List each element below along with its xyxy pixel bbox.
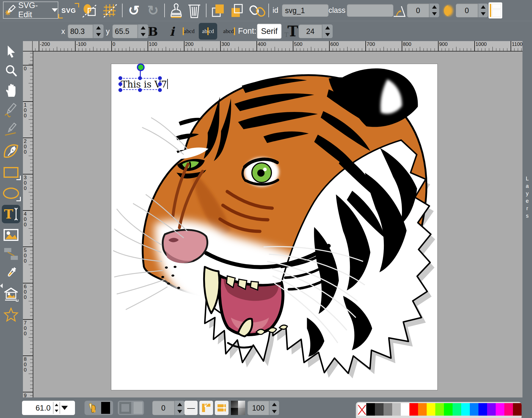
text-anchor-start-button[interactable]: abcd (181, 23, 196, 40)
paint-bucket-icon (87, 402, 99, 414)
y-position-spinner[interactable]: 65.5 (112, 24, 148, 38)
palette-swatch-3F3F3F[interactable] (375, 403, 384, 416)
blur-spin-buttons[interactable] (478, 4, 488, 17)
tool-star[interactable] (2, 305, 20, 324)
tool-pan[interactable] (2, 81, 20, 100)
redo-button[interactable]: ↻ (145, 2, 161, 18)
linecap-button[interactable] (215, 401, 229, 415)
linejoin-button[interactable] (199, 401, 213, 415)
tiger-artwork[interactable] (111, 64, 437, 390)
palette-swatch-FFFFFF[interactable] (401, 403, 409, 416)
font-size-spinner[interactable]: 24 (299, 24, 333, 38)
ruler-top-label: 500 (294, 41, 302, 47)
palette-swatch-00FFFF[interactable] (461, 403, 470, 416)
zoom-value[interactable]: 61.0 (22, 403, 51, 413)
tool-pencil[interactable] (2, 101, 20, 119)
undo-button[interactable]: ↺ (126, 2, 142, 18)
element-class-input[interactable] (347, 4, 393, 17)
bold-button[interactable]: B (146, 24, 159, 39)
palette-swatch-none[interactable] (358, 403, 366, 416)
y-position-value[interactable]: 65.5 (112, 24, 137, 38)
palette-swatch-FFFF00[interactable] (427, 403, 435, 416)
ruler-top-label: 1000 (475, 41, 487, 47)
opacity-value[interactable]: 100 (248, 401, 269, 415)
move-to-bottom-button[interactable] (229, 3, 245, 18)
tool-select[interactable] (2, 42, 20, 61)
tool-zoom[interactable] (2, 62, 20, 80)
stroke-width-value[interactable]: 0 (152, 401, 174, 415)
palette-swatch-00FF7F[interactable] (453, 403, 461, 416)
tool-image[interactable] (2, 226, 20, 244)
tool-rect[interactable] (2, 163, 20, 182)
stroke-color-button[interactable] (118, 401, 144, 415)
stroke-width-spinner[interactable]: 0 (152, 401, 184, 415)
svg-canvas[interactable]: This is V7 (111, 64, 438, 390)
palette-swatch-7FFF00[interactable] (435, 403, 444, 416)
palette-swatch-007FFF[interactable] (470, 403, 478, 416)
grip-n[interactable] (138, 76, 142, 80)
blur-spinner[interactable]: 0 (456, 4, 488, 17)
palette-swatch-7F0000[interactable] (513, 403, 522, 416)
grip-sw[interactable] (118, 88, 122, 92)
palette-swatch-FF007F[interactable] (504, 403, 513, 416)
stroke-dash-select[interactable]: — (184, 401, 198, 415)
make-link-button[interactable] (249, 3, 266, 18)
stroke-width-spin-buttons[interactable] (174, 401, 184, 415)
palette-swatch-FF0000[interactable] (409, 403, 418, 416)
zoom-widget[interactable]: 61.0 (22, 401, 75, 415)
element-id-input[interactable]: svg_1 (282, 4, 328, 17)
edit-source-button[interactable]: SVG (59, 4, 79, 17)
panel-collapse-arrow[interactable] (0, 283, 3, 288)
text-anchor-middle-button[interactable]: abcd (199, 23, 217, 40)
font-size-value[interactable]: 24 (299, 24, 322, 38)
panel-layout-button[interactable] (489, 2, 502, 18)
font-size-spin-buttons[interactable] (322, 24, 333, 38)
editor-preferences-button[interactable] (102, 3, 118, 18)
tool-path[interactable] (2, 141, 20, 160)
opacity-spin-buttons[interactable] (269, 401, 279, 415)
grip-w[interactable] (118, 82, 122, 86)
fill-color-button[interactable] (85, 401, 113, 415)
zoom-spin-buttons[interactable] (53, 402, 60, 414)
palette-swatch-FF7F00[interactable] (418, 403, 427, 416)
angle-spinner[interactable]: 0 (407, 4, 439, 17)
tool-eyedropper[interactable] (2, 264, 20, 282)
x-position-spinner[interactable]: 80.3 (68, 24, 104, 38)
grip-ne[interactable] (158, 76, 162, 80)
palette-swatch-00FF00[interactable] (444, 403, 453, 416)
palette-swatch-7F7F7F[interactable] (384, 403, 392, 416)
rotate-handle[interactable] (137, 63, 145, 71)
text-anchor-end-button[interactable]: abcd (221, 23, 237, 40)
grip-s[interactable] (138, 88, 142, 92)
palette-swatch-7F00FF[interactable] (487, 403, 496, 416)
zoom-dropdown-icon[interactable] (61, 406, 68, 410)
move-to-top-button[interactable] (210, 3, 226, 18)
x-position-value[interactable]: 80.3 (68, 24, 93, 38)
opacity-spinner[interactable]: 100 (248, 401, 279, 415)
grip-nw[interactable] (118, 76, 122, 80)
delete-button[interactable] (186, 2, 202, 18)
main-menu-button[interactable]: SVG-Edit (3, 1, 58, 19)
layers-panel-toggle[interactable]: Layers (522, 41, 532, 397)
palette-swatch-000000[interactable] (366, 403, 375, 416)
document-properties-button[interactable] (81, 3, 99, 18)
x-spin-buttons[interactable] (93, 24, 104, 38)
font-family-select[interactable]: Serif (258, 24, 281, 38)
tool-ellipse[interactable] (2, 184, 20, 202)
tool-line[interactable] (2, 121, 20, 139)
tool-connector[interactable] (2, 245, 20, 263)
ruler-corner (23, 41, 33, 52)
grip-se[interactable] (158, 88, 162, 92)
palette-swatch-FF00FF[interactable] (496, 403, 504, 416)
clone-button[interactable] (168, 2, 184, 18)
palette-swatch-0000FF[interactable] (478, 403, 487, 416)
grip-e[interactable] (158, 82, 162, 86)
tool-shape-library[interactable] (2, 285, 20, 304)
angle-spin-buttons[interactable] (429, 4, 439, 17)
blur-value[interactable]: 0 (456, 4, 478, 17)
angle-value[interactable]: 0 (407, 4, 429, 17)
tool-text[interactable]: T (2, 205, 20, 223)
opacity-gradient-icon[interactable] (231, 401, 245, 415)
palette-swatch-BFBFBF[interactable] (392, 403, 401, 416)
italic-button[interactable]: i (167, 24, 177, 39)
